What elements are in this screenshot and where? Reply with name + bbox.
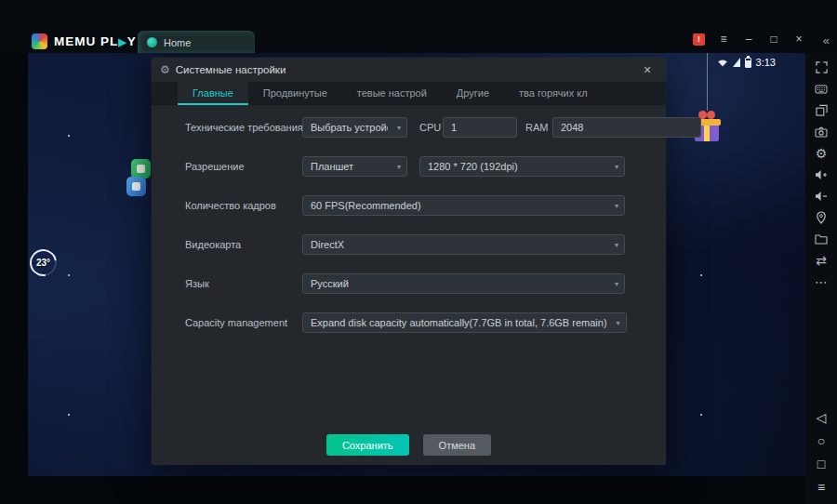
android-statusbar: 3:13 (717, 56, 776, 69)
row-device: Технические требования Выбрать устройств… (185, 117, 625, 138)
capacity-value: Expand disk capacity automatically(7.7GB… (311, 317, 607, 328)
location-icon[interactable] (809, 206, 833, 228)
dialog-buttons: Сохранить Отмена (152, 434, 666, 456)
logo-text: MEMU PL▶Y (54, 34, 137, 48)
ram-input[interactable] (552, 117, 701, 138)
gift-string (707, 53, 708, 111)
cpu-input[interactable] (443, 117, 517, 138)
resolution-type-value: Планшет (311, 161, 353, 172)
volume-down-icon[interactable] (809, 185, 833, 206)
cancel-button[interactable]: Отмена (423, 434, 491, 456)
tab-main[interactable]: Главные (178, 82, 248, 105)
home-tab-icon (147, 37, 157, 47)
memu-window: MEMU PL▶Y Home ! ≡ – □ × « 3:13 23° (0, 0, 837, 504)
clock: 3:13 (756, 57, 776, 68)
row-gpu: Видеокарта DirectX ▾ (185, 234, 625, 255)
resolution-label: Разрешение (185, 161, 302, 172)
dialog-tabbar: Главные Продвинутые тевые настрой Другие… (152, 82, 666, 105)
fps-value: 60 FPS(Recommended) (311, 200, 421, 211)
capacity-label: Capacity management (185, 317, 302, 328)
collapse-sidebar-icon[interactable]: « (823, 33, 830, 47)
dialog-gear-icon: ⚙ (160, 63, 170, 76)
dialog-title: Системные настройки (176, 64, 286, 75)
more-icon[interactable]: ⋯ (809, 271, 833, 292)
memu-logo-icon (32, 33, 47, 49)
settings-gear-icon[interactable]: ⚙ (809, 142, 833, 164)
logo-part2: Y (127, 34, 137, 48)
android-home-icon[interactable]: ○ (809, 429, 833, 452)
chevron-down-icon: ▾ (615, 202, 618, 210)
device-select[interactable]: Выбрать устройство ▾ (302, 117, 407, 138)
chevron-down-icon: ▾ (615, 241, 618, 249)
gift-bow-icon (698, 111, 715, 119)
row-capacity: Capacity management Expand disk capacity… (185, 312, 625, 333)
rotate-icon[interactable]: ⇄ (809, 249, 833, 271)
gpu-label: Видеокарта (185, 239, 302, 250)
tab-network[interactable]: тевые настрой (342, 82, 442, 105)
tab-home[interactable]: Home (138, 31, 255, 53)
gpu-value: DirectX (311, 239, 344, 250)
resolution-type-select[interactable]: Планшет ▾ (302, 156, 407, 177)
desktop-app-icon-green[interactable] (131, 159, 151, 179)
fps-label: Количество кадров (185, 200, 302, 211)
volume-up-icon[interactable] (809, 164, 833, 185)
desktop-app-icon-blue[interactable] (126, 177, 146, 196)
android-recents-icon[interactable]: □ (809, 452, 833, 475)
device-select-value: Выбрать устройство (311, 122, 388, 133)
android-back-icon[interactable]: ◁ (809, 405, 833, 429)
toolbar-sidebar: ⚙ ⇄ ⋯ ◁ ○ □ ≡ (805, 53, 837, 504)
row-language: Язык Русский ▾ (185, 273, 625, 294)
tab-advanced[interactable]: Продвинутые (248, 82, 342, 105)
save-button[interactable]: Сохранить (326, 434, 409, 456)
minimize-button[interactable]: – (742, 33, 755, 46)
system-settings-dialog: ⚙ Системные настройки × Главные Продвину… (152, 58, 666, 465)
close-window-button[interactable]: × (792, 33, 805, 46)
language-label: Язык (185, 278, 302, 289)
weather-temp: 23° (30, 249, 57, 276)
battery-icon (745, 58, 751, 68)
multi-window-icon[interactable] (809, 99, 833, 121)
language-select[interactable]: Русский ▾ (302, 273, 625, 294)
chevron-down-icon: ▾ (397, 124, 401, 132)
fps-select[interactable]: 60 FPS(Recommended) ▾ (302, 195, 625, 216)
resolution-select[interactable]: 1280 * 720 (192dpi) ▾ (419, 156, 625, 177)
row-resolution: Разрешение Планшет ▾ 1280 * 720 (192dpi)… (185, 156, 625, 177)
keyboard-icon[interactable] (809, 78, 833, 99)
screenshot-icon[interactable] (809, 121, 833, 142)
maximize-button[interactable]: □ (767, 33, 780, 46)
chevron-down-icon: ▾ (615, 280, 618, 288)
gpu-select[interactable]: DirectX ▾ (302, 234, 625, 255)
tab-other[interactable]: Другие (442, 82, 504, 105)
shared-folder-icon[interactable] (809, 228, 833, 249)
menu-icon[interactable]: ≡ (717, 33, 730, 46)
dialog-close-icon[interactable]: × (637, 62, 658, 77)
capacity-select[interactable]: Expand disk capacity automatically(7.7GB… (302, 312, 627, 333)
bottom-bar (0, 476, 805, 504)
android-menu-icon[interactable]: ≡ (809, 475, 833, 498)
device-label: Технические требования (185, 122, 302, 133)
settings-form: Технические требования Выбрать устройств… (152, 105, 666, 465)
row-fps: Количество кадров 60 FPS(Recommended) ▾ (185, 195, 625, 216)
logo-play-icon: ▶ (118, 36, 126, 47)
memu-logo: MEMU PL▶Y (32, 33, 137, 49)
ram-label: RAM (525, 122, 552, 133)
weather-widget[interactable]: 23° (30, 249, 57, 276)
logo-part1: MEMU PL (54, 34, 118, 48)
notification-icon[interactable]: ! (693, 33, 705, 46)
dialog-header: ⚙ Системные настройки × (152, 58, 666, 82)
tab-hotkeys[interactable]: тва горячих кл (504, 82, 603, 105)
chevron-down-icon: ▾ (397, 163, 401, 171)
language-value: Русский (311, 278, 349, 289)
resolution-value: 1280 * 720 (192dpi) (428, 161, 518, 172)
home-tab-label: Home (164, 37, 191, 48)
chevron-down-icon: ▾ (617, 319, 620, 327)
cell-signal-icon (733, 58, 740, 67)
titlebar: MEMU PL▶Y Home ! ≡ – □ × « (0, 0, 837, 53)
cpu-label: CPU (419, 122, 443, 133)
fullscreen-icon[interactable] (809, 57, 833, 78)
window-controls: ! ≡ – □ × (693, 33, 805, 46)
chevron-down-icon: ▾ (615, 163, 618, 171)
